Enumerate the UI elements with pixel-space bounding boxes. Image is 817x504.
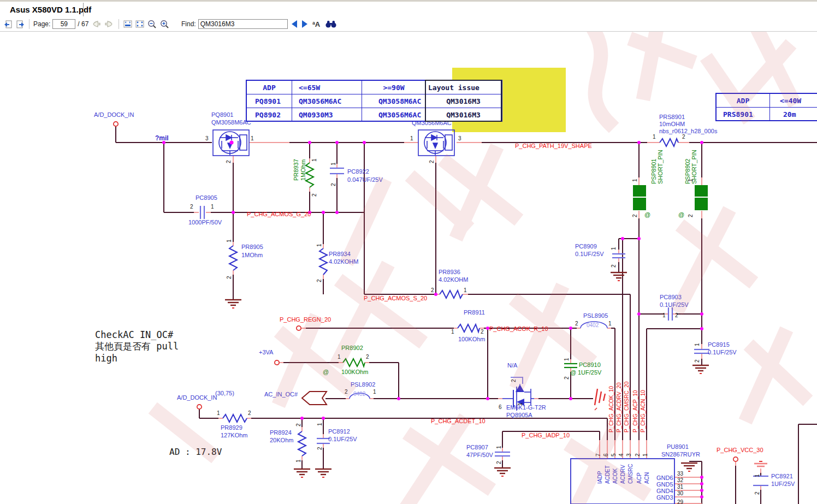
ref-pr8911: PR8911 xyxy=(464,310,485,316)
pin: 2 xyxy=(675,313,678,318)
find-next-icon[interactable] xyxy=(302,20,307,28)
find-previous-icon[interactable] xyxy=(292,20,297,28)
table-cell: PQ8901 xyxy=(247,94,292,108)
pin: 1 xyxy=(632,179,638,182)
find-label: Find: xyxy=(181,20,196,28)
nav-next-icon[interactable] xyxy=(104,19,115,29)
page-input[interactable] xyxy=(52,19,75,29)
net-acmos-g: P_CHG_ACMOS_G_20 xyxy=(247,211,311,217)
pin: 2 xyxy=(366,354,369,360)
pin: 2 xyxy=(575,321,578,327)
pin: 1 xyxy=(662,313,666,318)
pin: 1 xyxy=(251,136,254,141)
match-case-icon[interactable]: ªA xyxy=(312,20,320,28)
schematic-labels: PQ8901QM3058M6ACPQ8902QM3056M6ACPRS89011… xyxy=(0,0,817,504)
pin: 30 xyxy=(677,491,683,496)
pin: 2 xyxy=(695,359,700,363)
pin: 2 xyxy=(312,193,317,197)
toolbar: Page: / 67 xyxy=(0,16,817,32)
pin: 2 xyxy=(481,329,484,335)
find-input[interactable] xyxy=(198,19,288,29)
net-vcc: P_CHG_VCC_30 xyxy=(717,447,763,453)
pin: 33 xyxy=(677,471,683,477)
short-pin-pads xyxy=(633,185,708,210)
net-acn: P_CHG_ACN_10 xyxy=(641,390,646,432)
col-header: ADP xyxy=(717,94,770,108)
document-tab[interactable]: Asus X580VD 1.1.pdf xyxy=(10,5,91,14)
page-forward-icon[interactable] xyxy=(15,19,25,29)
ref-psp8902: PSP8902 xyxy=(685,159,691,184)
pin: 2 xyxy=(496,461,502,464)
ref-pr8902: PR8902 xyxy=(341,345,363,351)
val-pc8915: 0.1UF/25V xyxy=(708,349,737,355)
pin: 2 xyxy=(635,453,641,456)
pin: 1 xyxy=(373,389,376,395)
ref-pr8937: PR8937 xyxy=(293,159,299,181)
note-mil: ?mil xyxy=(155,135,169,141)
val-pr8924: 20KOhm xyxy=(270,437,293,443)
table-cell: PRS8901 xyxy=(717,108,770,121)
table-cell: QM3056M6AC xyxy=(362,108,426,122)
zoom-in-icon[interactable] xyxy=(159,19,170,29)
pq8902-mosfet-symbol xyxy=(418,130,454,156)
at-pc8910: @ xyxy=(570,370,576,376)
pin: 1 xyxy=(410,136,413,141)
pin: 2 xyxy=(317,279,322,282)
net-acok: P_CHG_ACOK_10 xyxy=(609,386,614,432)
val-pr8902: 100KOhm xyxy=(341,369,369,375)
pin: 7 xyxy=(596,453,601,456)
fit-page-icon[interactable] xyxy=(135,19,145,29)
icpin-acn: ACN xyxy=(644,472,650,484)
ref-pc8922: PC8922 xyxy=(347,169,369,175)
net-path-19v: P_CHG_PATH_19V_SHAPE xyxy=(515,143,592,149)
note-check-1: CheckAC IN_OC# xyxy=(95,330,173,340)
find-all-icon[interactable] xyxy=(325,20,337,28)
pin: 2 xyxy=(227,276,232,279)
pin-gnd3: GND3 xyxy=(656,495,673,501)
val-prs8901: 10mOHM xyxy=(659,121,685,127)
pin: 1 xyxy=(338,354,341,360)
page-back-icon[interactable] xyxy=(3,19,13,29)
val-pr8911: 100KOhm xyxy=(458,336,486,342)
pin: 6 xyxy=(603,453,609,456)
val-psp8902: SHORT_PIN xyxy=(691,150,697,184)
val-psl8902: 0402 xyxy=(353,392,365,397)
pin: 31 xyxy=(677,484,683,490)
col-header: <=40W xyxy=(770,94,817,108)
net-cmsrc: P_CHG_CMSRC_20 xyxy=(624,382,630,432)
pin: 2 xyxy=(511,379,517,382)
layout-issue-column-border xyxy=(425,80,502,122)
table-cell: QM3058M6AC xyxy=(362,94,426,108)
pin: 2 xyxy=(331,183,336,186)
net-acmos-s: P_CHG_ACMOS_S_20 xyxy=(364,295,427,301)
zoom-out-icon[interactable] xyxy=(147,19,157,29)
col-header: >=90W xyxy=(362,81,426,94)
pin: 2 xyxy=(632,214,638,217)
pin: 1 xyxy=(227,239,232,242)
pq8905a-transistor-symbol xyxy=(502,377,534,411)
table-cell: QM3056M6AC xyxy=(292,94,362,108)
fit-width-icon[interactable] xyxy=(123,19,133,29)
nav-previous-icon[interactable] xyxy=(91,19,102,29)
val-pc8907: 47PF/50V xyxy=(466,452,493,458)
ref-pu8901: PU8901 xyxy=(667,444,689,450)
val-pc8921: 1UF/25V xyxy=(771,481,795,487)
pin: 2 xyxy=(248,411,251,416)
val-pq8901: QM3058M6AC xyxy=(211,120,251,126)
pin: 2 xyxy=(755,491,760,495)
net-iadp: P_CHG_IADP_10 xyxy=(522,432,570,438)
pin: 1 xyxy=(564,358,570,361)
pin: 6 xyxy=(499,405,502,410)
ref-pr8934: PR8934 xyxy=(329,251,351,257)
at-pr8902: @ xyxy=(323,369,329,375)
net-ad-dock-in-bottom: A/D_DOCK_IN xyxy=(177,395,217,401)
note-check-3: high xyxy=(95,354,117,363)
val-pr8929: 127KOhm xyxy=(221,432,248,438)
pin: 1 xyxy=(211,204,214,210)
net-acdet: P_CHG_ACDET_10 xyxy=(431,418,486,424)
ref-psp8901: PSP8901 xyxy=(651,159,657,184)
pin: 1 xyxy=(217,411,220,416)
pin: 2 xyxy=(431,288,434,293)
pin: 2 xyxy=(317,447,323,450)
icpin-acdrv: ACDRV xyxy=(620,465,626,484)
